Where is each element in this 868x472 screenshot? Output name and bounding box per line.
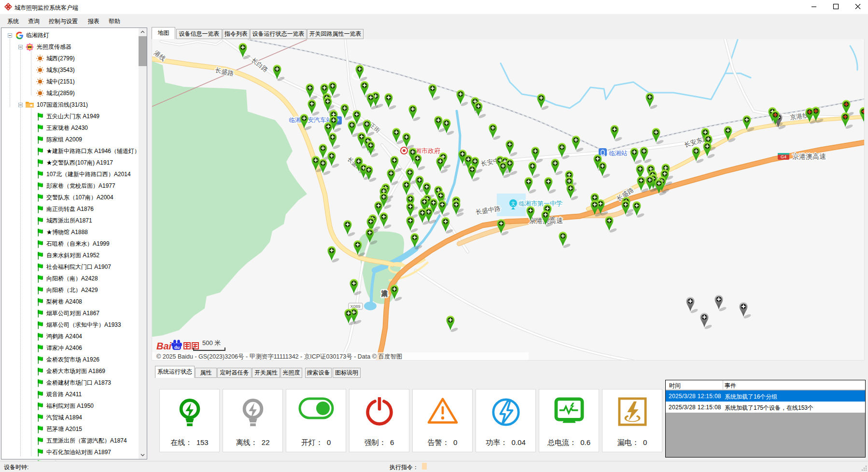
svg-text:X089: X089 <box>350 304 360 309</box>
svg-text:京港澳高速: 京港澳高速 <box>792 153 826 160</box>
svg-text:临湘站: 临湘站 <box>609 150 628 157</box>
svg-text:du: du <box>174 345 180 350</box>
svg-text:© 2025 Baidu - GS(2023)3206号 -: © 2025 Baidu - GS(2023)3206号 - 甲测资字11111… <box>156 353 402 360</box>
svg-text:G4: G4 <box>781 154 786 159</box>
svg-text:临湘市第一中学: 临湘市第一中学 <box>518 200 562 207</box>
svg-text:500 米: 500 米 <box>202 339 221 347</box>
svg-text:Bai: Bai <box>156 341 172 351</box>
svg-text:临湘长安汽车站: 临湘长安汽车站 <box>289 116 333 124</box>
svg-text:文: 文 <box>511 201 516 206</box>
